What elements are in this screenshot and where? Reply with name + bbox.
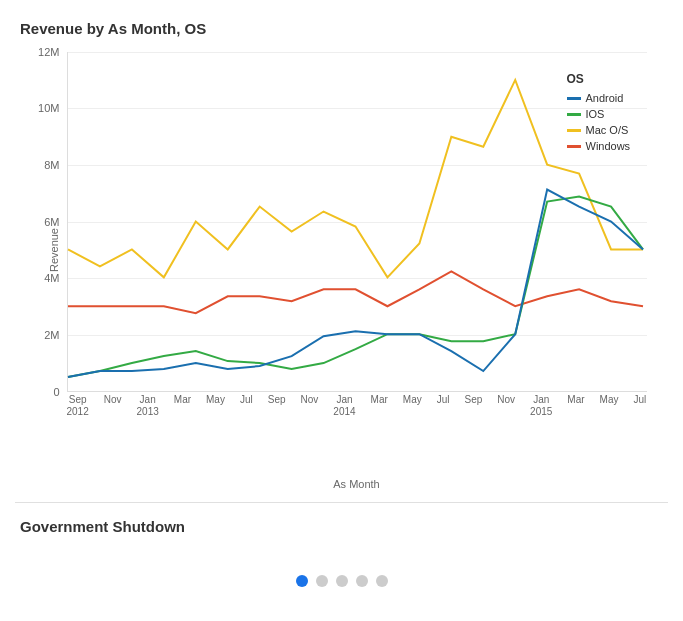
pagination [20, 545, 663, 607]
x-label-may3: May [600, 394, 619, 418]
y-label-6m: 6M [44, 216, 59, 228]
x-label-sep3: Sep [465, 394, 483, 418]
android-label: Android [586, 92, 624, 104]
x-label-nov2: Nov [301, 394, 319, 418]
windows-label: Windows [586, 140, 631, 152]
pagination-dot-2[interactable] [316, 575, 328, 587]
y-label-4m: 4M [44, 272, 59, 284]
x-label-jan2013: Jan2013 [137, 394, 159, 418]
x-label-mar: Mar [174, 394, 191, 418]
legend: OS Android IOS Mac O/S Windows [567, 72, 657, 156]
x-label-mar2: Mar [371, 394, 388, 418]
x-label-may2: May [403, 394, 422, 418]
legend-item-macos: Mac O/S [567, 124, 657, 136]
x-label-nov3: Nov [497, 394, 515, 418]
pagination-dot-1[interactable] [296, 575, 308, 587]
y-axis-title: Revenue [48, 228, 60, 272]
x-label-nov: Nov [104, 394, 122, 418]
x-label-jul2: Jul [437, 394, 450, 418]
pagination-dot-4[interactable] [356, 575, 368, 587]
page: Revenue by As Month, OS 12M 10M 8M 6M 4M… [0, 0, 683, 621]
x-axis-labels: Sep2012 Nov Jan2013 Mar May Jul Sep Nov … [67, 394, 647, 418]
legend-item-windows: Windows [567, 140, 657, 152]
chart1-section: Revenue by As Month, OS 12M 10M 8M 6M 4M… [0, 0, 683, 502]
x-label-jul3: Jul [634, 394, 647, 418]
x-axis-title: As Month [67, 478, 647, 490]
x-label-sep2012: Sep2012 [67, 394, 89, 418]
x-label-sep2: Sep [268, 394, 286, 418]
x-label-may: May [206, 394, 225, 418]
android-color [567, 97, 581, 100]
chart1-container: 12M 10M 8M 6M 4M 2M 0 Revenue [27, 52, 657, 432]
legend-item-android: Android [567, 92, 657, 104]
windows-color [567, 145, 581, 148]
ios-label: IOS [586, 108, 605, 120]
macos-label: Mac O/S [586, 124, 629, 136]
x-label-jan2014: Jan2014 [333, 394, 355, 418]
y-label-10m: 10M [38, 102, 59, 114]
pagination-dot-5[interactable] [376, 575, 388, 587]
y-label-0: 0 [53, 386, 59, 398]
x-label-jan2015: Jan2015 [530, 394, 552, 418]
y-label-8m: 8M [44, 159, 59, 171]
y-label-2m: 2M [44, 329, 59, 341]
x-label-mar3: Mar [567, 394, 584, 418]
ios-color [567, 113, 581, 116]
y-label-12m: 12M [38, 46, 59, 58]
bottom-section: Government Shutdown [0, 503, 683, 617]
legend-item-ios: IOS [567, 108, 657, 120]
y-axis-labels: 12M 10M 8M 6M 4M 2M 0 [27, 52, 65, 392]
legend-title: OS [567, 72, 657, 86]
x-label-jul: Jul [240, 394, 253, 418]
pagination-dot-3[interactable] [336, 575, 348, 587]
macos-color [567, 129, 581, 132]
chart-area [67, 52, 647, 392]
chart1-title: Revenue by As Month, OS [20, 20, 663, 37]
chart-svg [68, 52, 647, 391]
chart2-title: Government Shutdown [20, 518, 663, 535]
